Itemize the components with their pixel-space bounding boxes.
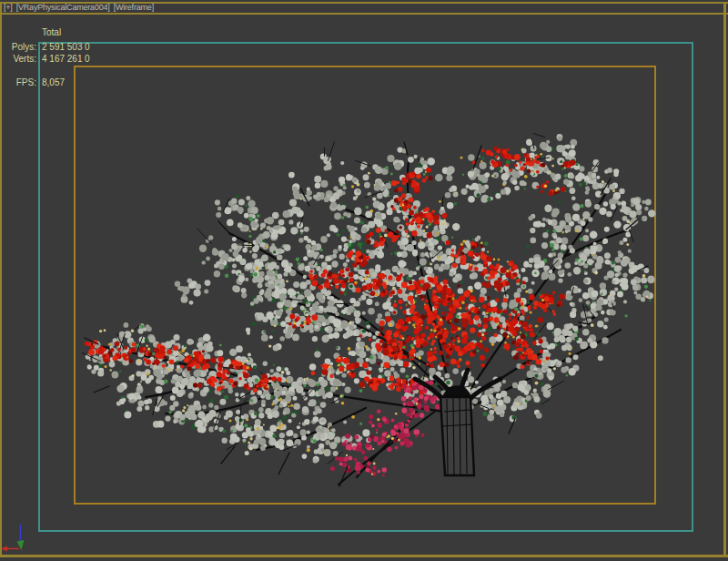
viewport-pov-menu[interactable]: [VRayPhysicalCamera004] bbox=[16, 3, 110, 12]
tree-wireframe-render[interactable] bbox=[0, 0, 728, 561]
viewport-label: [+] [VRayPhysicalCamera004] [Wireframe] bbox=[4, 3, 154, 12]
stats-polys-selected: 0 bbox=[85, 42, 90, 52]
stats-verts-selected: 0 bbox=[85, 54, 90, 64]
stats-fps-value: 8,057 bbox=[42, 77, 65, 87]
viewport[interactable]: [+] [VRayPhysicalCamera004] [Wireframe] … bbox=[0, 0, 728, 561]
world-axis-gizmo bbox=[0, 508, 40, 559]
axis-x-arrow bbox=[1, 546, 7, 552]
stats-verts-label: Verts: bbox=[0, 54, 36, 64]
stats-polys-value: 2 591 503 bbox=[42, 42, 83, 52]
stats-fps-label: FPS: bbox=[0, 77, 36, 87]
viewport-general-menu[interactable]: [+] bbox=[4, 3, 13, 12]
stats-verts-value: 4 167 261 bbox=[42, 54, 83, 64]
viewport-shading-menu[interactable]: [Wireframe] bbox=[114, 3, 154, 12]
stats-header: Total bbox=[42, 27, 61, 37]
stats-polys-label: Polys: bbox=[0, 42, 36, 52]
